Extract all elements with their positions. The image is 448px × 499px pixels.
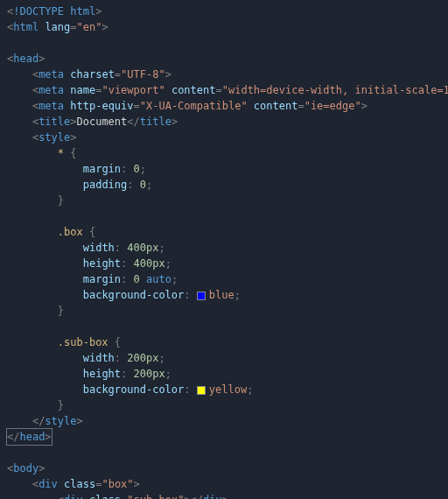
val-lang: en (83, 21, 95, 33)
tag-html-open: html (13, 21, 38, 33)
val-yellow: yellow (209, 383, 247, 396)
prop-bg1: background-color (83, 289, 185, 301)
num-0b: 0 (140, 179, 146, 191)
prop-height2: height (83, 368, 121, 380)
tag-head-close: head (19, 431, 45, 443)
tag-title-open: title (38, 116, 70, 128)
tag-meta3: meta (38, 100, 64, 112)
num-400a: 400px (127, 242, 158, 254)
attr-name: name (70, 84, 95, 96)
val-subbox: sub-box (134, 494, 178, 499)
prop-margin1: margin (83, 163, 121, 175)
num-200b: 200px (134, 368, 165, 380)
attr-httpequiv: http-equiv (70, 100, 133, 112)
val-edge: ie=edge (311, 100, 355, 112)
val-xua: X-UA-Compatible (146, 100, 241, 112)
attr-content2: content (254, 100, 298, 112)
tag-meta2: meta (38, 84, 64, 96)
attr-charset: charset (70, 68, 115, 81)
doctype: !DOCTYPE html (13, 5, 95, 18)
prop-bg2: background-color (83, 383, 185, 396)
prop-height1: height (83, 257, 121, 270)
sel-subbox: .sub-box (58, 336, 108, 348)
sel-box: .box (58, 226, 83, 238)
num-0a: 0 (134, 163, 140, 175)
prop-padding: padding (83, 179, 128, 191)
title-text: Document (77, 116, 128, 128)
num-400b: 400px (134, 257, 165, 270)
prop-width1: width (83, 242, 115, 254)
num-0c: 0 (134, 273, 140, 285)
val-blue: blue (209, 289, 234, 301)
val-viewport: viewport (108, 84, 159, 96)
code-editor[interactable]: <!DOCTYPE html> <html lang="en"> <head> … (7, 4, 441, 499)
color-swatch-blue-icon (197, 292, 206, 300)
attr-content1: content (172, 84, 216, 96)
attr-class2: class (89, 494, 121, 499)
val-charset: UTF-8 (127, 68, 158, 81)
val-vpcontent: width=device-width, initial-scale=1.0 (228, 84, 448, 96)
tag-body-open: body (13, 462, 38, 474)
val-box: box (108, 478, 128, 490)
prop-width2: width (83, 352, 115, 364)
tag-div2-close: div (203, 494, 222, 499)
prop-margin2: margin (83, 273, 121, 285)
attr-lang: lang (45, 21, 70, 33)
tag-head-open: head (13, 53, 38, 65)
tag-div1-open: div (38, 478, 58, 490)
tag-meta1: meta (38, 68, 64, 81)
tag-title-close: title (140, 116, 172, 128)
color-swatch-yellow-icon (197, 386, 206, 395)
tag-style-close: style (45, 415, 76, 427)
sel-all: * (58, 147, 64, 159)
tag-div2-open: div (64, 494, 83, 499)
kw-auto: auto (146, 273, 172, 285)
tag-style-open: style (38, 131, 70, 144)
cursor-line[interactable]: </head> (7, 429, 52, 445)
num-200a: 200px (127, 352, 158, 364)
attr-class1: class (64, 478, 95, 490)
